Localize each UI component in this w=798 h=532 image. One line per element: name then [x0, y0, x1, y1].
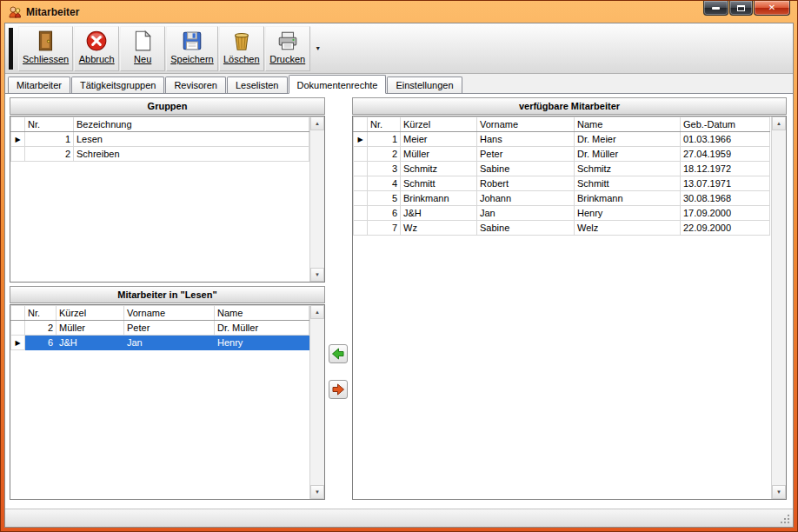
cell[interactable]: Hans	[477, 132, 575, 147]
column-header[interactable]: Vorname	[124, 306, 215, 321]
cell[interactable]: Müller	[57, 321, 124, 336]
column-header[interactable]: Name	[575, 117, 681, 132]
scrollbar-track[interactable]	[310, 319, 324, 485]
scroll-down-button[interactable]: ▼	[310, 268, 324, 282]
cell[interactable]: 30.08.1968	[681, 191, 770, 206]
cell[interactable]: Dr. Müller	[575, 147, 681, 162]
cell[interactable]: Henry	[215, 336, 309, 350]
table-row[interactable]: 2MüllerPeterDr. Müller27.04.1959	[354, 147, 770, 162]
cell[interactable]: 2	[25, 147, 74, 162]
table-row[interactable]: ▶1Lesen	[11, 132, 309, 147]
column-header[interactable]: Bezeichnung	[74, 117, 309, 132]
column-header[interactable]: Kürzel	[401, 117, 477, 132]
scroll-up-button[interactable]: ▲	[772, 116, 786, 130]
members-vertical-scrollbar[interactable]: ▲ ▼	[309, 305, 324, 499]
cell[interactable]: 7	[368, 221, 401, 236]
cell[interactable]: Jan	[124, 336, 215, 350]
cell[interactable]: 3	[368, 162, 401, 176]
schliessen-button[interactable]: Schliessen	[18, 26, 73, 71]
tab-dokumentenrechte[interactable]: Dokumentenrechte	[289, 75, 387, 94]
cell[interactable]: Welz	[575, 221, 681, 236]
cell[interactable]: Sabine	[477, 221, 575, 236]
tab-taetigkeitsgruppen[interactable]: Tätigkeitsgruppen	[71, 76, 164, 93]
scroll-down-button[interactable]: ▼	[310, 485, 324, 499]
available-vertical-scrollbar[interactable]: ▲ ▼	[771, 116, 786, 499]
table-row[interactable]: 6J&HJanHenry17.09.2000	[354, 206, 770, 221]
add-member-button[interactable]	[329, 344, 348, 363]
members-table[interactable]: Nr.KürzelVornameName2MüllerPeterDr. Müll…	[10, 305, 309, 350]
cell[interactable]: Lesen	[74, 132, 309, 147]
tab-mitarbeiter[interactable]: Mitarbeiter	[8, 76, 70, 93]
minimize-button[interactable]	[703, 1, 728, 16]
scroll-up-button[interactable]: ▲	[310, 305, 324, 319]
cell[interactable]: 01.03.1966	[681, 132, 770, 147]
column-header[interactable]: Geb.-Datum	[681, 117, 770, 132]
cell[interactable]: Schmitz	[401, 162, 477, 176]
cell[interactable]: Schmitt	[401, 176, 477, 191]
tab-leselisten[interactable]: Leselisten	[227, 76, 288, 93]
column-header[interactable]: Nr.	[25, 117, 74, 132]
groups-vertical-scrollbar[interactable]: ▲ ▼	[309, 116, 324, 282]
scroll-up-button[interactable]: ▲	[310, 116, 324, 130]
cell[interactable]: Wz	[401, 221, 477, 236]
cell[interactable]: 27.04.1959	[681, 147, 770, 162]
cell[interactable]: Schmitt	[575, 176, 681, 191]
table-row[interactable]: 4SchmittRobertSchmitt13.07.1971	[354, 176, 770, 191]
cell[interactable]: Meier	[401, 132, 477, 147]
column-header[interactable]: Vorname	[477, 117, 575, 132]
cell[interactable]: Brinkmann	[575, 191, 681, 206]
table-row[interactable]: 2MüllerPeterDr. Müller	[11, 321, 309, 336]
tab-einstellungen[interactable]: Einstellungen	[387, 76, 462, 93]
column-header[interactable]: Kürzel	[57, 306, 124, 321]
cell[interactable]: 2	[25, 321, 57, 336]
cell[interactable]: Peter	[477, 147, 575, 162]
resize-grip[interactable]	[788, 522, 789, 523]
drucken-button[interactable]: Drucken	[265, 26, 310, 71]
cell[interactable]: J&H	[401, 206, 477, 221]
cell[interactable]: 1	[25, 132, 74, 147]
remove-member-button[interactable]	[329, 380, 348, 399]
cell[interactable]: Schreiben	[74, 147, 309, 162]
table-row[interactable]: ▶1MeierHansDr. Meier01.03.1966	[354, 132, 770, 147]
maximize-button[interactable]	[729, 1, 753, 16]
close-button[interactable]: ✕	[754, 1, 790, 16]
cell[interactable]: Müller	[401, 147, 477, 162]
table-row[interactable]: 2Schreiben	[11, 147, 309, 162]
cell[interactable]: Robert	[477, 176, 575, 191]
cell[interactable]: 2	[368, 147, 401, 162]
cell[interactable]: 1	[368, 132, 401, 147]
column-header[interactable]: Nr.	[368, 117, 401, 132]
cell[interactable]: Dr. Meier	[575, 132, 681, 147]
cell[interactable]: Schmitz	[575, 162, 681, 176]
cell[interactable]: 13.07.1971	[681, 176, 770, 191]
cell[interactable]: Dr. Müller	[215, 321, 309, 336]
cell[interactable]: J&H	[57, 336, 124, 350]
cell[interactable]: 22.09.2000	[681, 221, 770, 236]
cell[interactable]: 17.09.2000	[681, 206, 770, 221]
abbruch-button[interactable]: Abbruch	[74, 26, 119, 71]
speichern-button[interactable]: Speichern	[166, 26, 218, 71]
tab-revisoren[interactable]: Revisoren	[165, 76, 226, 93]
cell[interactable]: 5	[368, 191, 401, 206]
title-bar[interactable]: Mitarbeiter ✕	[4, 1, 794, 23]
cell[interactable]: 18.12.1972	[681, 162, 770, 176]
table-row[interactable]: 3SchmitzSabineSchmitz18.12.1972	[354, 162, 770, 176]
available-table[interactable]: Nr.KürzelVornameNameGeb.-Datum▶1MeierHan…	[353, 116, 770, 236]
scrollbar-track[interactable]	[310, 130, 324, 268]
cell[interactable]: Sabine	[477, 162, 575, 176]
cell[interactable]: 4	[368, 176, 401, 191]
cell[interactable]: Brinkmann	[401, 191, 477, 206]
toolbar-gripper[interactable]	[9, 28, 13, 70]
cell[interactable]: 6	[368, 206, 401, 221]
cell[interactable]: 6	[25, 336, 57, 350]
print-options-dropdown-button[interactable]: ▼	[311, 26, 325, 71]
scroll-down-button[interactable]: ▼	[772, 485, 786, 499]
table-row[interactable]: 5BrinkmannJohannBrinkmann30.08.1968	[354, 191, 770, 206]
table-row[interactable]: ▶6J&HJanHenry	[11, 336, 309, 350]
cell[interactable]: Jan	[477, 206, 575, 221]
groups-table[interactable]: Nr.Bezeichnung▶1Lesen2Schreiben	[10, 116, 309, 162]
neu-button[interactable]: Neu	[120, 26, 165, 71]
cell[interactable]: Peter	[124, 321, 215, 336]
table-row[interactable]: 7WzSabineWelz22.09.2000	[354, 221, 770, 236]
cell[interactable]: Johann	[477, 191, 575, 206]
